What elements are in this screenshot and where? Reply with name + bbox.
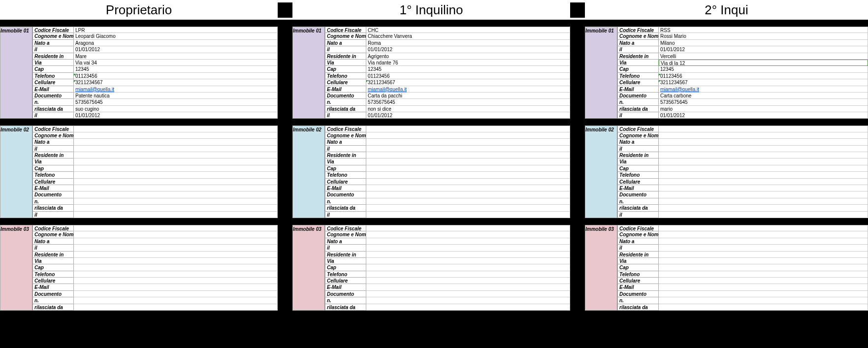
cell[interactable] (74, 258, 278, 264)
cell[interactable] (659, 231, 868, 238)
cell[interactable] (366, 284, 570, 290)
cell[interactable] (366, 258, 570, 264)
cell[interactable] (659, 271, 868, 278)
cell[interactable]: miamail@quella.it (74, 86, 278, 93)
cell[interactable] (366, 126, 570, 132)
cell[interactable] (74, 245, 278, 251)
cell[interactable] (366, 146, 570, 152)
cell[interactable]: 3211234567 (659, 79, 868, 86)
cell[interactable] (74, 191, 278, 198)
cell[interactable] (659, 212, 868, 218)
cell[interactable] (366, 264, 570, 271)
cell[interactable]: RSS (659, 27, 868, 33)
cell[interactable] (659, 252, 868, 258)
cell[interactable]: 5735675645 (659, 99, 868, 105)
cell[interactable] (366, 297, 570, 304)
cell[interactable]: non si dice (366, 106, 570, 112)
cell[interactable]: 5735675645 (366, 99, 570, 105)
cell[interactable] (659, 238, 868, 245)
cell[interactable] (74, 297, 278, 304)
cell[interactable]: Via vai 34 (74, 60, 278, 66)
cell[interactable] (74, 291, 278, 297)
cell[interactable] (74, 284, 278, 290)
cell[interactable] (659, 185, 868, 191)
cell[interactable] (74, 146, 278, 152)
cell[interactable] (74, 264, 278, 271)
cell[interactable] (74, 132, 278, 139)
cell[interactable]: 12345 (74, 66, 278, 72)
cell[interactable] (74, 198, 278, 205)
cell[interactable]: Via ndante 76 (366, 60, 570, 66)
cell[interactable] (366, 172, 570, 178)
cell[interactable]: 01123456 (366, 73, 570, 79)
cell[interactable]: 01/01/2012 (366, 112, 570, 119)
cell[interactable]: 3211234567 (74, 79, 278, 86)
cell[interactable] (74, 179, 278, 185)
cell[interactable] (366, 238, 570, 245)
cell[interactable]: Vercelli (659, 53, 868, 60)
cell[interactable]: Patente nautica (74, 93, 278, 99)
cell[interactable]: Agrigento (366, 53, 570, 60)
cell[interactable]: 3211234567 (366, 79, 570, 86)
cell[interactable] (74, 139, 278, 145)
cell[interactable] (659, 126, 868, 132)
cell[interactable] (366, 152, 570, 158)
cell[interactable] (366, 278, 570, 284)
cell[interactable] (659, 146, 868, 152)
cell[interactable] (74, 126, 278, 132)
cell[interactable] (74, 271, 278, 278)
cell[interactable] (366, 158, 570, 165)
cell[interactable] (366, 231, 570, 238)
cell[interactable] (366, 132, 570, 139)
cell[interactable] (366, 139, 570, 145)
cell[interactable] (74, 165, 278, 172)
cell[interactable]: 01123456 (659, 73, 868, 79)
cell[interactable] (659, 179, 868, 185)
cell[interactable] (74, 238, 278, 245)
cell[interactable] (659, 278, 868, 284)
cell[interactable] (659, 152, 868, 158)
cell[interactable]: 5735675645 (74, 99, 278, 105)
cell[interactable] (659, 225, 868, 231)
cell[interactable] (659, 132, 868, 139)
cell[interactable]: 01/01/2012 (74, 112, 278, 119)
cell[interactable] (74, 278, 278, 284)
cell[interactable] (366, 212, 570, 218)
cell[interactable] (659, 172, 868, 178)
cell[interactable]: 01/01/2012 (659, 46, 868, 53)
cell[interactable]: miamail@quella.it (659, 86, 868, 93)
cell[interactable] (366, 179, 570, 185)
cell[interactable] (659, 139, 868, 145)
cell[interactable] (366, 225, 570, 231)
cell[interactable] (366, 185, 570, 191)
cell[interactable]: mario (659, 106, 868, 112)
cell[interactable] (659, 205, 868, 211)
cell[interactable]: Chiacchere Vanvera (366, 33, 570, 39)
cell[interactable]: 01/01/2012 (659, 112, 868, 119)
cell[interactable] (366, 252, 570, 258)
cell[interactable]: Mare (74, 53, 278, 60)
cell[interactable] (74, 304, 278, 311)
cell[interactable]: 12345 (659, 66, 868, 72)
cell[interactable]: Milano (659, 40, 868, 46)
cell[interactable] (366, 198, 570, 205)
cell[interactable]: 12345 (366, 66, 570, 72)
cell[interactable]: Leopardi Giacomo (74, 33, 278, 39)
cell[interactable]: 01/01/2012 (74, 46, 278, 53)
cell[interactable] (366, 291, 570, 297)
cell[interactable] (74, 172, 278, 178)
cell[interactable]: Rossi Mario (659, 33, 868, 39)
cell[interactable] (74, 212, 278, 218)
cell[interactable] (659, 304, 868, 311)
cell[interactable] (366, 245, 570, 251)
cell[interactable] (659, 297, 868, 304)
cell[interactable]: Aragona (74, 40, 278, 46)
cell[interactable] (659, 245, 868, 251)
cell[interactable] (74, 158, 278, 165)
cell[interactable] (659, 198, 868, 205)
cell[interactable] (659, 284, 868, 290)
cell[interactable] (659, 291, 868, 297)
cell[interactable] (366, 165, 570, 172)
cell[interactable] (659, 264, 868, 271)
cell[interactable] (659, 165, 868, 172)
